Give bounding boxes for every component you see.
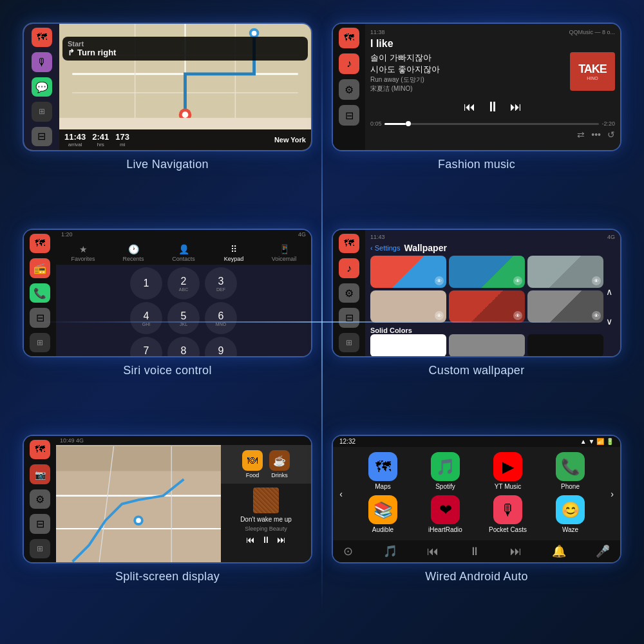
split-next-button[interactable]: ⏭ [277,535,286,545]
wall-grid-icon[interactable]: ⊞ [339,333,359,352]
solid-thumb-gray[interactable] [449,334,525,357]
wallpaper-thumb-6[interactable]: 👁 [527,290,603,323]
tab-favorites-label: Favorites [71,256,95,262]
wallpaper-grid-area: 👁 👁 👁 👁 [370,256,603,357]
wallpaper-thumb-2[interactable]: 👁 [449,256,525,288]
nav-grid-icon[interactable]: ⊞ [32,102,52,121]
nav-podcast-icon[interactable]: 🎙 [32,52,52,71]
solid-thumb-black[interactable] [527,334,603,357]
phone-tab-voicemail[interactable]: 📱 Voicemail [260,242,308,265]
wall-music-icon[interactable]: ♪ [339,258,359,278]
phone-tab-recents[interactable]: 🕐 Recents [109,242,158,265]
nav-messages-icon[interactable]: 💬 [32,77,52,97]
split-time: 10:49 [60,437,75,444]
android-app-pocketcasts[interactable]: 🎙 Pocket Casts [486,495,531,533]
phone-phone-icon[interactable]: 📞 [30,283,50,303]
android-app-iheartradio[interactable]: ❤ iHeartRadio [423,495,468,533]
phone-radio-icon[interactable]: 📻 [30,258,50,278]
music-repeat-button[interactable]: ↺ [607,129,615,140]
split-food-item[interactable]: 🍽 Food [242,450,263,478]
android-app-phone[interactable]: 📞 Phone [548,452,593,490]
android-scroll-right[interactable]: › [604,447,620,540]
split-drinks-item[interactable]: ☕ Drinks [269,450,290,478]
phone-tab-favorites[interactable]: ★ Favorites [59,242,108,265]
food-label: Food [246,472,260,478]
phone-cell-label: Siri voice control [123,364,211,377]
wallpaper-thumb-1[interactable]: 👁 [370,256,446,288]
android-screen-wrapper: 12:32 ▲ ▼ 📶 🔋 ‹ 🗺 Maps 🎵 [332,435,621,564]
android-app-audible[interactable]: 📚 Audible [361,495,406,533]
maps-app-icon: 🗺 [368,452,397,481]
music-album-art: TAKE HINO [570,52,615,91]
dialpad-key-1[interactable]: 1 [130,267,162,299]
android-bell-button[interactable]: 🔔 [552,544,566,558]
nav-destination: New York [274,136,306,144]
split-pause-button[interactable]: ⏸ [261,535,270,545]
tab-recents-label: Recents [122,256,144,262]
nav-maps-icon[interactable]: 🗺 [32,28,52,47]
split-grid-icon[interactable]: ⊞ [30,539,50,558]
dialpad-key-8[interactable]: 8TUV [167,337,200,357]
dialpad-row-1: 1 2ABC 3DEF [61,267,306,299]
music-settings-icon[interactable]: ⚙ [339,79,359,100]
phone-maps-icon[interactable]: 🗺 [30,234,50,253]
music-next-button[interactable]: ⏭ [510,100,522,114]
android-app-ytmusic[interactable]: ▶ YT Music [486,452,531,490]
split-instagram-icon[interactable]: 📷 [30,464,50,484]
split-settings-icon[interactable]: ⚙ [30,489,50,509]
wallpaper-thumb-3[interactable]: 👁 [527,256,603,288]
android-app-waze[interactable]: 😊 Waze [548,495,593,533]
android-app-spotify[interactable]: 🎵 Spotify [423,452,468,490]
dialpad-key-7[interactable]: 7PQRS [130,337,162,357]
android-main-area: ‹ 🗺 Maps 🎵 Spotify [333,447,620,540]
android-status-bar: 12:32 ▲ ▼ 📶 🔋 [333,436,620,447]
wall-maps-icon[interactable]: 🗺 [339,234,359,253]
wallpaper-thumb-4[interactable]: 👁 [370,290,446,323]
music-maps-icon[interactable]: 🗺 [339,28,359,48]
dialpad-key-4[interactable]: 4GHI [130,302,162,334]
phone-grid-icon[interactable]: ⊞ [30,333,50,352]
dialpad-key-2[interactable]: 2ABC [167,267,200,299]
phone-home-icon[interactable]: ⊟ [30,308,50,327]
dialpad-key-9[interactable]: 9WXYZ [205,337,237,357]
split-maps-icon[interactable]: 🗺 [30,440,50,459]
android-skip-next-button[interactable]: ⏭ [510,545,522,558]
wall-home-icon[interactable]: ⊟ [339,308,359,327]
phone-tab-keypad[interactable]: ⠿ Keypad [209,242,258,265]
split-song-artist: Sleeping Beauty [225,526,307,532]
music-home-icon[interactable]: ⊟ [339,105,359,126]
music-album-sub: HINO [587,76,598,80]
android-mic-button[interactable]: 🎤 [596,544,610,558]
split-prev-button[interactable]: ⏮ [246,535,255,545]
split-home-icon[interactable]: ⊟ [30,514,50,533]
android-pause-bottom-button[interactable]: ⏸ [469,545,480,558]
android-app-maps[interactable]: 🗺 Maps [361,452,406,490]
split-map-area [56,445,221,564]
music-music-icon[interactable]: ♪ [339,53,359,74]
android-app-row-1: 🗺 Maps 🎵 Spotify ▶ YT Music [352,452,601,490]
nav-home-icon[interactable]: ⊟ [32,127,52,146]
music-shuffle-button[interactable]: ⇄ [577,129,585,140]
music-info-row: 솔이 가빠지잖아 시아도 좋아지잖아 Run away (도망기) 宋夏洁 (M… [370,52,615,93]
split-main-area: 10:49 4G [56,436,311,562]
android-spotify-bottom[interactable]: 🎵 [383,544,397,558]
phone-signal: 4G [298,231,306,238]
solid-thumb-white[interactable] [370,334,446,357]
music-progress-track[interactable] [384,123,600,125]
android-skip-prev-button[interactable]: ⏮ [427,545,439,558]
wallpaper-thumb-5[interactable]: 👁 [449,290,525,323]
settings-back-button[interactable]: ‹ Settings [370,244,400,252]
android-home-button[interactable]: ⊙ [343,544,353,558]
wallpaper-scroll-up[interactable]: ∧ [606,287,612,297]
wall-settings-icon[interactable]: ⚙ [339,283,359,303]
music-pause-button[interactable]: ⏸ [486,99,500,115]
dialpad-key-5[interactable]: 5JKL [167,302,200,334]
dialpad-key-6[interactable]: 6MNO [205,302,237,334]
android-scroll-left[interactable]: ‹ [333,447,349,540]
dialpad-key-3[interactable]: 3DEF [205,267,237,299]
music-prev-button[interactable]: ⏮ [464,100,475,114]
wallpaper-solid-section: Solid Colors [370,327,603,357]
music-more-button[interactable]: ••• [591,129,601,140]
phone-tab-contacts[interactable]: 👤 Contacts [159,242,208,265]
wallpaper-sidebar: 🗺 ♪ ⚙ ⊟ ⊞ [333,230,365,356]
